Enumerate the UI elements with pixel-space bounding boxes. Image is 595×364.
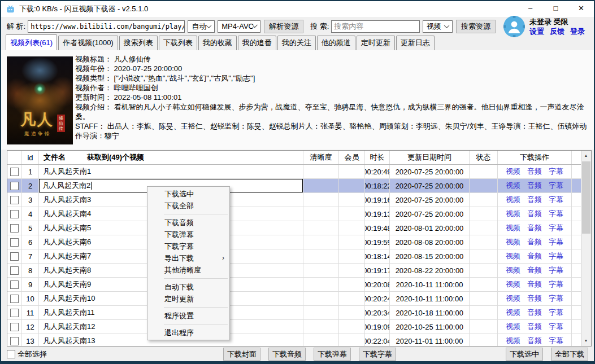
audio-link[interactable]: 音频 — [527, 336, 542, 346]
menu-item-other-quality[interactable]: 其他清晰度 — [147, 264, 229, 276]
table-row[interactable]: 3凡人风起天南300:19:162020-07-25 20:00:00视频音频字… — [7, 193, 581, 207]
subtitle-link[interactable]: 字幕 — [549, 223, 563, 233]
tab-video-list[interactable]: 视频列表(61) — [6, 34, 57, 50]
row-checkbox[interactable] — [10, 280, 19, 289]
search-type-select[interactable]: 视频 — [423, 20, 453, 33]
login-link[interactable]: 登录 — [570, 27, 585, 36]
table-row[interactable]: 6凡人风起天南600:19:592020-08-08 20:00:00视频音频字… — [7, 235, 581, 249]
tab-scheduled-update[interactable]: 定时更新 — [357, 36, 395, 50]
vertical-scrollbar[interactable]: ▲ ▼ — [581, 151, 591, 346]
mode-select[interactable]: 自动 — [188, 20, 215, 33]
menu-item-download-selected[interactable]: 下载选中 — [147, 188, 229, 200]
tab-my-bangumi[interactable]: 我的追番 — [238, 36, 276, 50]
download-audio-button[interactable]: 下载音频 — [268, 348, 306, 361]
menu-item-auto-download[interactable]: 自动下载 — [147, 281, 229, 293]
row-checkbox[interactable] — [10, 182, 19, 190]
subtitle-link[interactable]: 字幕 — [549, 209, 563, 219]
subtitle-link[interactable]: 字幕 — [549, 336, 563, 346]
menu-item-program-settings[interactable]: 程序设置 — [147, 310, 229, 322]
audio-link[interactable]: 音频 — [527, 322, 542, 332]
video-link[interactable]: 视频 — [506, 308, 520, 318]
search-resource-button[interactable]: 搜索资源 — [456, 20, 496, 33]
row-checkbox[interactable] — [10, 266, 19, 275]
row-checkbox[interactable] — [10, 295, 19, 303]
video-link[interactable]: 视频 — [506, 223, 520, 233]
video-link[interactable]: 视频 — [506, 322, 520, 332]
minimize-button[interactable]: – — [518, 1, 543, 17]
settings-link[interactable]: 设置 — [529, 27, 544, 36]
row-checkbox[interactable] — [10, 337, 19, 345]
subtitle-link[interactable]: 字幕 — [549, 181, 563, 191]
table-row[interactable]: 7凡人风起天南700:18:142020-08-15 20:00:00视频音频字… — [7, 249, 581, 264]
menu-item-download-subtitle[interactable]: 下载字幕 — [147, 240, 229, 252]
download-subtitle-button[interactable]: 下载字幕 — [359, 348, 396, 361]
video-link[interactable]: 视频 — [506, 336, 520, 346]
video-link[interactable]: 视频 — [506, 251, 520, 261]
table-row[interactable]: 4凡人风起天南400:19:132020-07-25 20:00:00视频音频字… — [7, 207, 581, 221]
audio-link[interactable]: 音频 — [527, 237, 542, 247]
format-select[interactable]: MP4-AVC — [218, 20, 260, 33]
select-all-checkbox[interactable] — [7, 350, 15, 358]
row-checkbox[interactable] — [10, 210, 19, 218]
tab-his-channel[interactable]: 他的频道 — [317, 36, 355, 50]
row-checkbox[interactable] — [10, 309, 19, 317]
parse-resource-button[interactable]: 解析资源 — [264, 20, 303, 33]
table-row[interactable]: 13凡人风起天南1300:22:042020-11-01 11:00:00视频音… — [7, 334, 581, 346]
audio-link[interactable]: 音频 — [527, 181, 542, 191]
maximize-button[interactable]: □ — [543, 1, 568, 17]
tab-author-videos[interactable]: 作者视频(1000) — [58, 36, 118, 50]
video-link[interactable]: 视频 — [506, 237, 520, 247]
video-link[interactable]: 视频 — [506, 265, 520, 275]
audio-link[interactable]: 音频 — [527, 293, 542, 304]
scroll-up-icon[interactable]: ▲ — [581, 151, 590, 160]
row-checkbox[interactable] — [10, 196, 19, 204]
subtitle-link[interactable]: 字幕 — [549, 166, 563, 177]
audio-link[interactable]: 音频 — [527, 195, 542, 205]
menu-item-scheduled-update[interactable]: 定时更新 — [147, 293, 229, 305]
table-row[interactable]: 10凡人风起天南1000:20:242020-10-11 11:00:00视频音… — [7, 292, 581, 306]
feedback-link[interactable]: 反馈 — [550, 27, 564, 36]
download-all-button[interactable]: 全部下载 — [551, 348, 588, 361]
row-checkbox[interactable] — [10, 168, 19, 176]
video-link[interactable]: 视频 — [506, 293, 520, 304]
tab-my-follows[interactable]: 我的关注 — [277, 36, 316, 50]
row-checkbox[interactable] — [10, 252, 19, 261]
audio-link[interactable]: 音频 — [527, 279, 542, 290]
menu-item-export-download[interactable]: 导出下载› — [147, 252, 229, 264]
menu-item-download-audio[interactable]: 下载音频 — [147, 217, 229, 229]
download-danmaku-button[interactable]: 下载弹幕 — [314, 348, 351, 361]
search-input[interactable]: 搜索内容 — [331, 20, 419, 33]
subtitle-link[interactable]: 字幕 — [549, 322, 563, 332]
table-row[interactable]: 2凡人风起天南200:18:222020-07-25 20:00:00视频音频字… — [7, 179, 581, 193]
url-input[interactable]: https://www.bilibili.com/bangumi/play/ep… — [28, 20, 185, 33]
row-checkbox[interactable] — [10, 224, 19, 233]
table-row[interactable]: 5凡人风起天南500:19:482020-08-01 20:00:00视频音频字… — [7, 221, 581, 235]
scroll-down-icon[interactable]: ▼ — [581, 336, 590, 345]
video-link[interactable]: 视频 — [506, 166, 520, 177]
audio-link[interactable]: 音频 — [527, 209, 542, 219]
subtitle-link[interactable]: 字幕 — [549, 195, 563, 205]
subtitle-link[interactable]: 字幕 — [549, 237, 563, 247]
subtitle-link[interactable]: 字幕 — [549, 251, 563, 261]
user-avatar-icon[interactable] — [503, 16, 525, 37]
tab-my-favorites[interactable]: 我的收藏 — [198, 36, 237, 50]
subtitle-link[interactable]: 字幕 — [549, 293, 563, 304]
subtitle-link[interactable]: 字幕 — [549, 265, 563, 275]
audio-link[interactable]: 音频 — [527, 223, 542, 233]
download-cover-button[interactable]: 下载封面 — [223, 348, 260, 361]
table-row[interactable]: 1凡人风起天南100:20:492020-07-25 20:00:00视频音频字… — [7, 165, 581, 179]
video-link[interactable]: 视频 — [506, 181, 520, 191]
row-filename[interactable]: 凡人风起天南1 — [39, 165, 303, 178]
audio-link[interactable]: 音频 — [527, 308, 542, 318]
table-row[interactable]: 11凡人风起天南1100:20:342020-10-18 11:00:00视频音… — [7, 306, 581, 320]
audio-link[interactable]: 音频 — [527, 265, 542, 275]
menu-item-download-all[interactable]: 下载全部 — [147, 200, 229, 212]
download-selected-button[interactable]: 下载选中 — [506, 348, 543, 361]
subtitle-link[interactable]: 字幕 — [549, 308, 563, 318]
tab-search-list[interactable]: 搜索列表 — [119, 36, 158, 50]
scrollbar-thumb[interactable] — [582, 161, 590, 234]
tab-update-log[interactable]: 更新日志 — [396, 36, 435, 50]
table-row[interactable]: 9凡人风起天南900:20:082020-10-11 11:00:00视频音频字… — [7, 278, 581, 292]
subtitle-link[interactable]: 字幕 — [549, 279, 563, 290]
tab-download-list[interactable]: 下载列表 — [159, 36, 197, 50]
